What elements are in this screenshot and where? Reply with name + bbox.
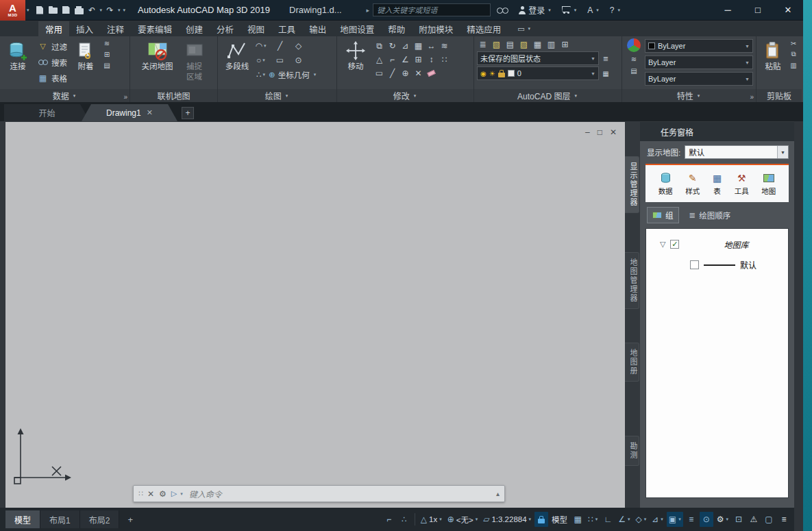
close-button[interactable]: ✕ xyxy=(773,0,803,21)
clean-screen-button[interactable]: ▢ xyxy=(762,512,776,527)
stretch-tool-icon[interactable]: ↔ xyxy=(426,40,437,51)
linetype-combo[interactable]: ByLayer ▼ xyxy=(645,55,753,69)
rotate-tool-icon[interactable]: ↻ xyxy=(386,40,398,51)
selection-cycling-toggle[interactable]: ⊙ xyxy=(700,512,713,527)
move-button[interactable]: 移动 xyxy=(340,38,371,87)
divide-tool-icon[interactable]: ∷ xyxy=(439,53,450,65)
layer-freeze-icon[interactable]: ▤ xyxy=(504,38,516,50)
ribbon-tab-output[interactable]: 输出 xyxy=(302,21,333,36)
map-scale-control[interactable]: ▱1:3.22884▾ xyxy=(481,512,533,527)
ribbon-tab-insert[interactable]: 插入 xyxy=(69,21,100,36)
layer-lock-icon[interactable] xyxy=(498,73,505,77)
properties-dialog-launcher-icon[interactable]: » xyxy=(750,93,754,101)
layer-prev-icon[interactable]: ▥ xyxy=(545,38,557,50)
tool-data[interactable]: 数据 xyxy=(659,172,673,196)
lineweight-combo[interactable]: ByLayer ▼ xyxy=(645,72,753,86)
mirror-tool-icon[interactable]: ⊿ xyxy=(399,40,411,51)
break-tool-icon[interactable]: ╱ xyxy=(386,67,398,79)
doc-restore-icon[interactable]: □ xyxy=(598,127,602,137)
sign-in-control[interactable]: 登录 ▾ xyxy=(518,4,552,16)
capture-area-button[interactable]: 捕捉 区域 xyxy=(181,38,208,87)
customization-gear-button[interactable]: ⚙▾ xyxy=(715,512,730,527)
layer-color-swatch[interactable] xyxy=(508,70,515,77)
properties-table-icon[interactable]: ▤ xyxy=(629,66,639,75)
layer-list-icon[interactable]: ≣ xyxy=(601,53,611,63)
drawing-canvas[interactable]: – □ ✕ xyxy=(5,122,625,508)
app-menu-button[interactable]: A M3D xyxy=(0,0,25,21)
redo-button[interactable]: ↷ xyxy=(103,2,116,18)
scale-tool-icon[interactable]: △ xyxy=(373,53,385,65)
search-binoculars-icon[interactable] xyxy=(497,7,508,14)
minimize-button[interactable]: ─ xyxy=(713,0,743,21)
redo-caret-icon[interactable]: ▾ xyxy=(118,8,121,13)
panel-label-clipboard[interactable]: 剪贴板 xyxy=(756,89,802,102)
ribbon-tab-create[interactable]: 创建 xyxy=(179,21,210,36)
data-dialog-launcher-icon[interactable]: » xyxy=(123,93,127,101)
ribbon-tab-analyze[interactable]: 分析 xyxy=(210,21,241,36)
save-button[interactable] xyxy=(60,2,73,18)
command-line[interactable]: ∷ ✕ ⚙ ▷▾ 键入命令 ▴ xyxy=(133,485,505,502)
undo-caret-icon[interactable]: ▾ xyxy=(100,8,103,13)
data-extra-icon-1[interactable]: ≋ xyxy=(102,38,112,48)
object-snap-tracking-toggle[interactable]: ⊿▾ xyxy=(650,512,665,527)
ribbon-tab-home[interactable]: 常用 xyxy=(38,21,69,36)
close-map-button[interactable]: 关闭地图 xyxy=(140,38,175,87)
new-layout-button[interactable]: + xyxy=(123,513,137,526)
isodraft-toggle[interactable]: ◇▾ xyxy=(634,512,649,527)
delete-tool-icon[interactable]: ✕ xyxy=(413,67,424,79)
tool-table[interactable]: ▦ 表 xyxy=(713,172,722,196)
panel-label-online-map[interactable]: 联机地图 xyxy=(130,89,217,102)
match-properties-ball-icon[interactable] xyxy=(627,38,641,52)
ribbon-tab-feature-edit[interactable]: 要素编辑 xyxy=(131,21,179,36)
layout-tab-layout1[interactable]: 布局1 xyxy=(40,510,80,528)
doc-close-icon[interactable]: ✕ xyxy=(610,127,617,137)
snap-tracking-toggle[interactable]: ⌐ xyxy=(382,512,396,527)
exchange-control[interactable]: A ▾ xyxy=(587,5,600,15)
cut-icon[interactable]: ✂ xyxy=(789,38,798,48)
tree-collapse-icon[interactable]: ▽ xyxy=(660,240,665,249)
ribbon-tab-help[interactable]: 帮助 xyxy=(381,21,412,36)
app-menu-caret-icon[interactable]: ▾ xyxy=(27,8,29,13)
file-tab-close-icon[interactable]: ✕ xyxy=(147,108,153,117)
ribbon-tab-map-setup[interactable]: 地图设置 xyxy=(333,21,381,36)
ribbon-tab-view[interactable]: 视图 xyxy=(241,21,271,36)
trim-tool-icon[interactable]: ⌐ xyxy=(386,53,398,65)
connect-button[interactable]: 连接 xyxy=(3,38,33,87)
layer-properties-icon[interactable]: ≣ xyxy=(477,38,489,50)
copy-tool-icon[interactable]: ⧉ xyxy=(373,40,385,51)
display-map-select[interactable]: 默认 ▼ xyxy=(685,145,789,159)
ellipse-tool-icon[interactable]: ⊙ xyxy=(293,54,304,66)
help-control[interactable]: ? ▾ xyxy=(610,5,622,15)
command-prompt-icon[interactable]: ▷▾ xyxy=(171,489,184,498)
ortho-toggle[interactable]: ∟ xyxy=(601,512,615,527)
offset-tool-icon[interactable]: ≋ xyxy=(439,40,450,51)
isolate-objects-button[interactable]: ⊡ xyxy=(732,512,746,527)
ribbon-minimize-control[interactable]: ▭▾ xyxy=(517,21,532,36)
rectangle-tool-icon[interactable]: ▭ xyxy=(274,54,286,66)
undo-button[interactable]: ↶ xyxy=(86,2,99,18)
polygon-tool-icon[interactable]: ◇ xyxy=(293,40,304,51)
dynamic-input-toggle[interactable]: ∴ xyxy=(397,512,411,527)
fillet-tool-icon[interactable]: ∠ xyxy=(399,53,411,65)
tree-row-default[interactable]: 默认 xyxy=(646,250,788,271)
annotation-scale-control[interactable]: △1x▾ xyxy=(419,512,444,527)
polyline-button[interactable]: 多段线 xyxy=(221,38,254,87)
command-close-icon[interactable]: ✕ xyxy=(147,489,154,499)
display-map-caret-icon[interactable]: ▼ xyxy=(777,146,788,158)
point-tool-icon[interactable]: ∴▾ xyxy=(256,69,267,81)
command-customize-icon[interactable]: ⚙ xyxy=(159,489,167,499)
line-tool-icon[interactable]: ╱ xyxy=(274,40,286,51)
layer-combo[interactable]: ◉ ☀ 0 ▼ xyxy=(477,66,599,80)
extend-tool-icon[interactable]: ↕ xyxy=(426,53,437,65)
new-file-button[interactable] xyxy=(34,2,47,18)
tree-row-map-library[interactable]: ▽ ✓ 地图库 xyxy=(646,229,788,250)
erase-tool-icon[interactable] xyxy=(426,67,437,79)
copy-clip-icon[interactable]: ⧉ xyxy=(789,49,798,59)
search-input[interactable] xyxy=(373,3,491,16)
table-button[interactable]: ▦ 表格 xyxy=(35,70,69,86)
annotation-visibility-control[interactable]: ⊕<无>▾ xyxy=(445,512,480,527)
status-menu-button[interactable]: ≡ xyxy=(777,512,791,527)
cogo-button[interactable]: ⊕ 坐标几何 ▾ xyxy=(267,68,319,82)
side-tab-survey[interactable]: 勘测 xyxy=(625,436,639,466)
object-color-combo[interactable]: ByLayer ▼ xyxy=(645,39,753,53)
